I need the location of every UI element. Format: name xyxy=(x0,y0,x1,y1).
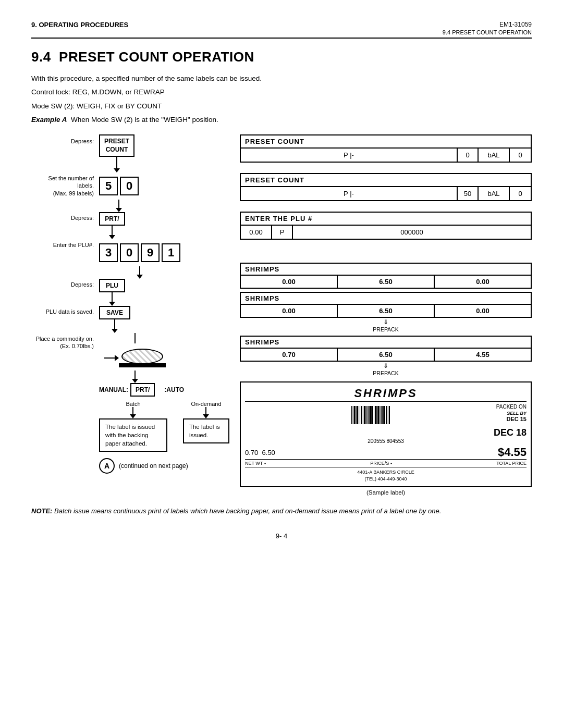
diagram-area: Depress: PRESET COUNT Set the number of … xyxy=(31,134,532,496)
auto-label: :AUTO xyxy=(164,386,184,393)
step8-center: MANUAL: PRT/ :AUTO xyxy=(99,383,184,397)
shrimps1-cell0: 0.00 xyxy=(241,276,338,288)
shrimps1-cell1: 6.50 xyxy=(338,276,435,288)
plu-button: PLU xyxy=(99,279,125,292)
key-0b: 0 xyxy=(120,243,139,262)
address2: (TEL) 404-449-3040 xyxy=(245,476,527,483)
arrow7 xyxy=(132,371,138,383)
step3-center: PRT/ xyxy=(99,212,125,239)
note-text: Batch issue means continuous print of la… xyxy=(52,507,441,515)
flow-column: Depress: PRESET COUNT Set the number of … xyxy=(31,134,229,474)
commodity xyxy=(104,349,166,367)
note-label: NOTE: xyxy=(31,507,52,515)
panel3-cell2: 000000 xyxy=(293,226,531,239)
sample-caption: (Sample label) xyxy=(240,489,532,496)
dec-sell-row: DEC 18 xyxy=(245,427,527,438)
key-5: 5 xyxy=(99,177,118,195)
net-wt-price-row: 0.70 6.50 xyxy=(245,449,275,456)
panel3-cell0: 0.00 xyxy=(241,226,272,239)
manual-group: MANUAL: PRT/ xyxy=(99,383,155,397)
shrimps3-row: 0.70 6.50 4.55 xyxy=(241,349,531,361)
step4: Enter the PLU#. 3 0 9 1 xyxy=(31,239,229,279)
batch-label: Batch xyxy=(126,401,140,407)
panel3-cell1: P xyxy=(272,226,293,239)
step7: Place a commodity on.(Ex. 0.70lbs.) xyxy=(31,333,229,383)
address1: 4401-A BANKERS CIRCLE xyxy=(245,469,527,476)
step2-label: Set the number of labels.(Max. 99 labels… xyxy=(31,172,99,212)
step7-center xyxy=(99,333,166,383)
shrimps2-cell1: 6.50 xyxy=(338,305,435,317)
display-column: PRESET COUNT P |- 0 bAL 0 PRESET COUNT P… xyxy=(229,134,532,496)
shrimps1-title: SHRIMPS xyxy=(241,264,531,276)
scale-oval xyxy=(121,349,163,364)
display-panel-3: ENTER THE PLU # 0.00 P 000000 xyxy=(240,212,532,240)
shrimps1-row: 0.00 6.50 0.00 xyxy=(241,276,531,288)
continuation-circle: A xyxy=(99,458,115,474)
prepack-label-2: PREPACK xyxy=(240,370,532,376)
section-title: 9.4 PRESET COUNT OPERATION xyxy=(31,49,532,65)
key-0: 0 xyxy=(120,177,139,195)
scale-platform xyxy=(119,363,166,367)
example-a-line: Example A When Mode SW (2) is at the "WE… xyxy=(31,115,532,125)
display-panel-1: PRESET COUNT P |- 0 bAL 0 xyxy=(240,134,532,163)
sample-label-box: SHRIMPS xyxy=(240,381,532,487)
total-label: TOTAL PRICE xyxy=(496,461,527,466)
step4-center: 3 0 9 1 xyxy=(99,239,180,279)
intro-line2b: Mode SW (2): WEIGH, FIX or BY COUNT xyxy=(31,101,532,112)
shrimps2-title: SHRIMPS xyxy=(241,293,531,305)
panel2-row: P |- 50 bAL 0 xyxy=(241,187,531,200)
header-rule xyxy=(31,38,532,39)
prt-button: PRT/ xyxy=(99,212,125,226)
arrow6 xyxy=(112,319,118,333)
shrimps1-cell2: 0.00 xyxy=(435,276,531,288)
preset-count-button: PRESET COUNT xyxy=(99,134,134,157)
step7-label: Place a commodity on.(Ex. 0.70lbs.) xyxy=(31,333,99,350)
dec-sell-value: DEC 18 xyxy=(494,427,527,438)
shrimps3-title: SHRIMPS xyxy=(241,337,531,349)
page-number: 9- 4 xyxy=(31,532,532,540)
continuation-text: (continued on next page) xyxy=(119,462,188,470)
panel1-cell3: 0 xyxy=(510,149,531,162)
prt-manual-button: PRT/ xyxy=(130,383,155,397)
header-right: EM1-31059 9.4 PRESET COUNT OPERATION xyxy=(443,21,532,35)
key-inputs-50: 5 0 xyxy=(99,177,139,195)
ondemand-path: On-demand The label is issued. xyxy=(183,401,229,452)
panel3-title: ENTER THE PLU # xyxy=(241,213,531,226)
batch-text-box: The label is issued with the backing pap… xyxy=(99,418,167,452)
shrimps3-cell1: 6.50 xyxy=(338,349,435,361)
step8: MANUAL: PRT/ :AUTO xyxy=(31,383,229,397)
step1: Depress: PRESET COUNT xyxy=(31,134,229,172)
key-9: 9 xyxy=(141,243,160,262)
shrimps2-row: 0.00 6.50 0.00 xyxy=(241,305,531,317)
dec-packed: SELL BY DEC 15 xyxy=(496,410,527,422)
shrimps2-cell2: 0.00 xyxy=(435,305,531,317)
continuation: A (continued on next page) xyxy=(99,458,229,474)
panel1-row: P |- 0 bAL 0 xyxy=(241,149,531,162)
panel2-cell1: 50 xyxy=(458,187,479,200)
shrimps2-cell0: 0.00 xyxy=(241,305,338,317)
panel2-title: PRESET COUNT xyxy=(241,174,531,187)
price-per: 6.50 xyxy=(262,449,275,456)
total-price: $4.55 xyxy=(498,446,527,459)
ondemand-text-box: The label is issued. xyxy=(183,418,229,443)
step1-center: PRESET COUNT xyxy=(99,134,134,172)
step4-label: Enter the PLU#. xyxy=(31,239,99,279)
arrow1 xyxy=(114,157,120,172)
shrimps3-cell0: 0.70 xyxy=(241,349,338,361)
key-1: 1 xyxy=(162,243,180,262)
step2-center: 5 0 xyxy=(99,172,139,212)
batch-path: Batch The label is issued with the backi… xyxy=(99,401,167,452)
sample-address: 4401-A BANKERS CIRCLE (TEL) 404-449-3040 xyxy=(245,469,527,482)
panel1-cell0: P |- xyxy=(241,149,458,162)
sample-values-row: NET WT ▪ PRICE/S ▪ TOTAL PRICE xyxy=(245,459,527,467)
arrow5 xyxy=(109,292,115,306)
price-label: PRICE/S ▪ xyxy=(370,461,392,466)
example-a-desc: When Mode SW (2) is at the "WEIGH" posit… xyxy=(71,116,218,124)
shrimps3-cell2: 4.55 xyxy=(435,349,531,361)
key-3: 3 xyxy=(99,243,118,262)
key-inputs-3091: 3 0 9 1 xyxy=(99,243,180,262)
manual-label: MANUAL: xyxy=(99,386,128,393)
arrow2 xyxy=(116,200,122,212)
step5: Depress: PLU xyxy=(31,279,229,306)
section-main-label: 9. OPERATING PROCEDURES xyxy=(31,21,128,29)
